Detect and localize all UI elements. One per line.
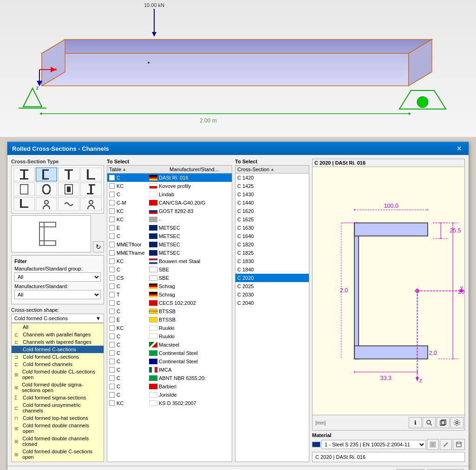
rotate-button[interactable]: ↻ [93, 241, 104, 252]
section-list-body[interactable]: C 1420 C 1425 C 1430 C 1440 C 1620 C 162… [235, 173, 309, 462]
section-row-11[interactable]: C 1840 [235, 265, 309, 274]
table-row-8[interactable]: MMETfloor METSEC [107, 240, 232, 249]
section-row-13[interactable]: C 2025 [235, 282, 309, 290]
section-row-15[interactable]: C 2040 [235, 299, 309, 307]
svg-rect-53 [354, 346, 428, 359]
table-row-27[interactable]: KC KS D 3502:2007 [107, 399, 232, 407]
cs-type-user2[interactable] [80, 197, 102, 211]
material-list-button[interactable] [427, 439, 439, 450]
copy-button[interactable] [437, 417, 450, 428]
table-row-11[interactable]: C SBE [107, 265, 232, 274]
row-flag-19 [149, 334, 157, 339]
row-manufacturer-5: - [159, 217, 161, 222]
cs-shape-button[interactable]: Cold formed C-sections ▼ [11, 314, 104, 323]
section-row-5[interactable]: C 1625 [235, 215, 309, 224]
table-row-9[interactable]: MMETframe METSEC [107, 249, 232, 257]
cs-shape-item-dc-closed[interactable]: ⊞Cold formed double channels closed [12, 435, 104, 448]
cs-shape-item-dcs-closed[interactable]: ⊞Cold formed double C-sections closed [12, 461, 104, 462]
section-row-10[interactable]: C 1830 [235, 257, 309, 265]
table-row-15[interactable]: C CECS 102:2002 [107, 299, 232, 307]
cs-type-circle[interactable] [36, 182, 57, 196]
table-row-10[interactable]: KC Bouwen met Staal [107, 257, 232, 265]
table-row-2[interactable]: C Lindab [107, 190, 232, 199]
cs-type-wave[interactable] [58, 197, 79, 211]
cs-type-C[interactable] [36, 167, 57, 181]
table-row-20[interactable]: C Macsteel [107, 341, 232, 349]
cs-shape-item-cl[interactable]: ⊐Cold formed CL-sections [12, 353, 104, 361]
cs-shape-item-all[interactable]: All [12, 323, 104, 331]
table-row-23[interactable]: C IMCA [107, 366, 232, 374]
cs-type-grid [11, 165, 104, 213]
section-row-3[interactable]: C 1440 [235, 199, 309, 207]
cs-shape-item-channels[interactable]: ⊏Cold formed channels [12, 361, 104, 368]
table-row-0[interactable]: C DASt Ri. 016 [107, 174, 232, 182]
cs-shape-item-unsym[interactable]: ⊏Cold formed unsymmetric channels [12, 401, 104, 414]
cs-type-L[interactable] [80, 167, 102, 181]
cs-shape-item-parallel[interactable]: ⊏Channels with parallel flanges [12, 331, 104, 338]
section-row-7[interactable]: C 1640 [235, 232, 309, 240]
manufacturer-group-select[interactable]: All [14, 272, 101, 282]
row-manufacturer-27: KS D 3502:2007 [159, 400, 196, 406]
table-row-1[interactable]: KC Kovove profily [107, 182, 232, 190]
table-row-16[interactable]: C BTSSB BTSSB [107, 307, 232, 315]
table-row-3[interactable]: C-M CAN/CSA-G40.20/G [107, 199, 232, 207]
section-row-14[interactable]: C 2030 [235, 290, 309, 299]
row-manufacturer-4: GOST 8282-83 [159, 208, 193, 214]
row-checkbox-8 [109, 242, 115, 247]
cs-shape-item-dcs-open[interactable]: ⊞Cold formed double C-sections open [12, 448, 104, 461]
table-row-18[interactable]: KC Ruukki [107, 324, 232, 332]
table-row-21[interactable]: C Continental Steel [107, 349, 232, 357]
cs-shape-item-cold-c[interactable]: ⊏Cold formed C-sections [12, 346, 104, 353]
svg-rect-31 [90, 186, 92, 193]
section-row-9[interactable]: C 1825 [235, 249, 309, 257]
section-row-0[interactable]: C 1420 [235, 174, 309, 182]
cs-shape-item-tapered[interactable]: ⊏Channels with tapered flanges [12, 338, 104, 346]
cs-type-hollow-rect[interactable] [58, 182, 79, 196]
table-list-body[interactable]: C DASt Ri. 016 KC Kovove profily C [107, 173, 232, 462]
table-row-25[interactable]: C Barbieri [107, 382, 232, 391]
cs-type-rect[interactable] [13, 182, 35, 196]
section-row-1[interactable]: C 1425 [235, 182, 309, 190]
table-row-7[interactable]: C METSEC [107, 232, 232, 240]
preview-footer: [mm] ℹ [312, 415, 465, 431]
table-row-24[interactable]: C ABNT NBR 6355:20: [107, 374, 232, 382]
material-select[interactable]: 1 - Steel S 235 | EN 10025-2:2004-11 [321, 440, 426, 449]
table-row-22[interactable]: C Continental Steel [107, 357, 232, 366]
cs-type-I[interactable] [13, 167, 35, 181]
cs-shape-item-dsigma-open[interactable]: ⊞Cold formed double sigma-sections open [12, 381, 104, 394]
cs-shape-item-dcl-open[interactable]: ⊞Cold formed double CL-sections open [12, 368, 104, 381]
cs-type-Z[interactable] [80, 182, 102, 196]
material-settings-button[interactable] [453, 439, 465, 450]
table-row-5[interactable]: KC - [107, 215, 232, 224]
table-row-12[interactable]: CS SBE [107, 274, 232, 282]
section-row-2[interactable]: C 1430 [235, 190, 309, 199]
section-row-6[interactable]: C 1630 [235, 224, 309, 232]
table-row-19[interactable]: C Ruukki [107, 332, 232, 341]
zoom-button[interactable] [423, 417, 436, 428]
cs-type-user[interactable] [36, 197, 57, 211]
svg-line-79 [430, 424, 432, 425]
section-row-4[interactable]: C 1620 [235, 207, 309, 215]
table-row-17[interactable]: E BTSSB [107, 315, 232, 324]
cs-symbol-preview [11, 215, 91, 252]
cs-type-T[interactable] [58, 167, 79, 181]
table-row-4[interactable]: KC GOST 8282-83 [107, 207, 232, 215]
close-button[interactable]: ✕ [455, 145, 464, 152]
material-edit-button[interactable] [440, 439, 452, 450]
row-flag-15 [149, 300, 157, 306]
section-row-8[interactable]: C 1820 [235, 240, 309, 249]
section-row-12[interactable]: C 2020 [235, 274, 309, 282]
settings-button[interactable] [450, 417, 463, 428]
table-row-13[interactable]: C Schrag [107, 282, 232, 290]
row-manufacturer-22: Continental Steel [159, 359, 198, 364]
table-row-6[interactable]: E METSEC [107, 224, 232, 232]
manufacturer-select[interactable]: All [14, 290, 101, 299]
cs-shape-item-sigma[interactable]: ΣCold formed sigma-sections [12, 394, 104, 401]
cs-type-angle[interactable] [13, 197, 35, 211]
preview-header: C 2020 | DASt Ri. 016 [312, 159, 465, 167]
cs-shape-item-tophat[interactable]: ⊓Cold formed top-hat sections [12, 414, 104, 422]
table-row-14[interactable]: T Schrag [107, 290, 232, 299]
table-row-26[interactable]: C JorisIde [107, 391, 232, 399]
cs-shape-item-dc-open[interactable]: ⊞Cold formed double channels open [12, 422, 104, 435]
info-button[interactable]: ℹ [409, 417, 422, 428]
